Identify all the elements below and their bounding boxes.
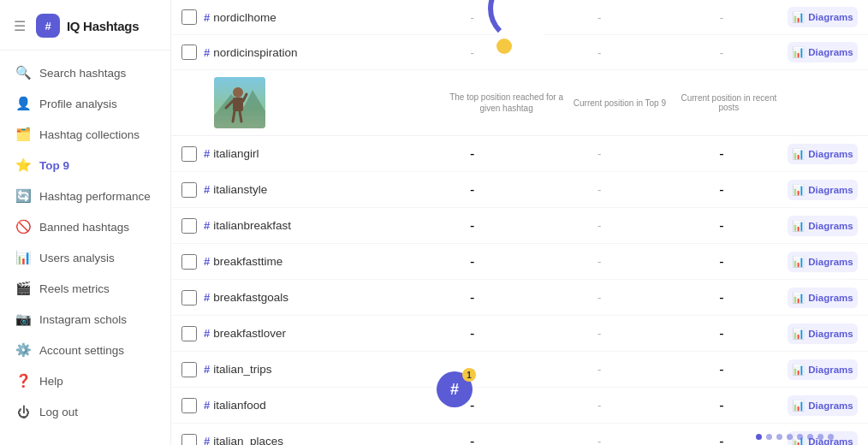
hash-symbol: #	[204, 291, 210, 304]
sidebar-item-top9[interactable]: ⭐ Top 9	[0, 150, 170, 181]
row-checkbox[interactable]	[181, 362, 197, 377]
sidebar-item-search[interactable]: 🔍 Search hashtags	[0, 57, 170, 88]
recent-posts-cell: -	[656, 398, 788, 413]
svg-line-6	[233, 111, 235, 122]
hash-symbol: #	[204, 327, 210, 340]
banned-nav-icon: 🚫	[15, 219, 31, 234]
sidebar-item-label: Log out	[39, 406, 78, 418]
sidebar-item-label: Hashtag collections	[39, 128, 140, 141]
top-pos-cell: -	[401, 434, 543, 446]
table-row: # italian_trips - - - 📊 Diagrams	[171, 352, 868, 388]
table-row: # breakfastgoals - - - 📊 Diagrams	[171, 280, 868, 316]
hash-symbol: #	[204, 183, 210, 196]
badge-symbol: #	[450, 381, 459, 399]
sidebar-item-hashtag-perf[interactable]: 🔄 Hashtag performance	[0, 181, 170, 211]
pagination-dot[interactable]	[807, 434, 813, 440]
sidebar-item-instagram[interactable]: 📷 Instagram schols	[0, 304, 170, 335]
row-checkbox[interactable]	[181, 146, 197, 162]
hash-symbol: #	[204, 363, 210, 376]
row-checkbox[interactable]	[181, 254, 197, 270]
diagrams-button[interactable]: 📊 Diagrams	[788, 395, 858, 416]
row-checkbox[interactable]	[181, 44, 197, 60]
diagrams-button[interactable]: 📊 Diagrams	[788, 7, 858, 27]
sidebar-item-label: Profile analysis	[39, 98, 117, 110]
col-header-top-pos: The top position reached for a given has…	[443, 92, 569, 114]
bar-chart-icon: 📊	[792, 11, 805, 23]
sidebar-item-reels[interactable]: 🎬 Reels metrics	[0, 273, 170, 304]
row-checkbox[interactable]	[181, 326, 197, 341]
diagrams-button[interactable]: 📊 Diagrams	[788, 42, 858, 62]
diagrams-button[interactable]: 📊 Diagrams	[788, 359, 858, 380]
users-nav-icon: 📊	[15, 250, 31, 265]
pagination-dot[interactable]	[817, 434, 823, 440]
hamburger-icon[interactable]: ☰	[14, 18, 26, 34]
diagrams-button[interactable]: 📊 Diagrams	[788, 252, 858, 272]
diagrams-button[interactable]: 📊 Diagrams	[788, 288, 858, 308]
hash-symbol: #	[204, 147, 210, 160]
recent-dash: -	[719, 434, 723, 446]
sidebar-item-banned[interactable]: 🚫 Banned hashtags	[0, 211, 170, 242]
row-checkbox[interactable]	[181, 218, 197, 234]
row-checkbox[interactable]	[181, 9, 197, 25]
logo-icon: #	[36, 14, 60, 38]
diagrams-button[interactable]: 📊 Diagrams	[788, 323, 858, 344]
top-pos-val: -	[401, 46, 543, 59]
pagination-dot[interactable]	[828, 434, 834, 440]
recent-dash: -	[719, 362, 723, 377]
pagination-dot[interactable]	[756, 434, 762, 440]
recent-posts-cell: -	[656, 182, 788, 198]
recent-dash: -	[719, 182, 723, 197]
top-pos-cell: -	[401, 326, 543, 341]
recent-posts-cell: -	[656, 326, 788, 341]
help-nav-icon: ❓	[15, 373, 31, 389]
top-pos-dash: -	[470, 434, 474, 446]
search-nav-icon: 🔍	[15, 65, 31, 80]
sidebar-item-label: Help	[39, 375, 63, 388]
row-checkbox[interactable]	[181, 182, 197, 198]
current-top9-cell: -	[543, 435, 656, 445]
sidebar-title: IQ Hashtags	[67, 19, 139, 33]
account-nav-icon: ⚙️	[15, 342, 31, 358]
top-pos-cell: -	[401, 146, 543, 162]
sidebar-item-help[interactable]: ❓ Help	[0, 365, 170, 396]
profile-nav-icon: 👤	[15, 96, 31, 111]
diagrams-button[interactable]: 📊 Diagrams	[788, 144, 858, 164]
sidebar-item-profile[interactable]: 👤 Profile analysis	[0, 88, 170, 119]
sidebar-nav: 🔍 Search hashtags 👤 Profile analysis 🗂️ …	[0, 57, 170, 435]
sidebar-item-collections[interactable]: 🗂️ Hashtag collections	[0, 119, 170, 150]
sidebar-header: ☰ # IQ Hashtags	[0, 10, 170, 50]
reels-nav-icon: 🎬	[15, 281, 31, 296]
tag-name: breakfastgoals	[213, 291, 401, 304]
pagination-dot[interactable]	[797, 434, 803, 440]
tag-name: italiangirl	[213, 147, 401, 160]
diagrams-button[interactable]: 📊 Diagrams	[788, 180, 858, 200]
sidebar-item-account[interactable]: ⚙️ Account settings	[0, 335, 170, 365]
bar-chart-icon: 📊	[792, 46, 805, 58]
main-content: # nordiclhome - - - 📊 Diagrams # nordici…	[171, 0, 868, 445]
current-top9-cell: -	[543, 363, 656, 376]
sidebar-item-label: Account settings	[39, 344, 124, 357]
sidebar-item-users[interactable]: 📊 Users analysis	[0, 242, 170, 273]
sidebar-item-label: Top 9	[39, 159, 69, 172]
bar-chart-icon: 📊	[792, 400, 805, 412]
top-pos-dash: -	[470, 326, 474, 341]
pagination-dot[interactable]	[787, 434, 793, 440]
diagrams-button[interactable]: 📊 Diagrams	[788, 216, 858, 236]
tag-name: nordicinspiration	[213, 46, 401, 59]
bar-chart-icon: 📊	[792, 148, 805, 160]
hashtag-perf-nav-icon: 🔄	[15, 188, 31, 204]
pagination-dot[interactable]	[766, 434, 772, 440]
row-checkbox[interactable]	[181, 434, 197, 446]
top-pos-dash: -	[470, 182, 474, 197]
table-row: # italiangirl - - - 📊 Diagrams	[171, 136, 868, 172]
hash-symbol: #	[204, 219, 210, 232]
logout-nav-icon: ⏻	[15, 404, 31, 419]
tag-name: breakfasttime	[213, 255, 401, 268]
table-row: # italianfood - - - 📊 Diagrams	[171, 388, 868, 424]
current-top9-cell: -	[543, 327, 656, 340]
row-checkbox[interactable]	[181, 398, 197, 413]
svg-point-2	[233, 87, 243, 98]
row-checkbox[interactable]	[181, 290, 197, 306]
sidebar-item-logout[interactable]: ⏻ Log out	[0, 396, 170, 427]
pagination-dot[interactable]	[776, 434, 782, 440]
